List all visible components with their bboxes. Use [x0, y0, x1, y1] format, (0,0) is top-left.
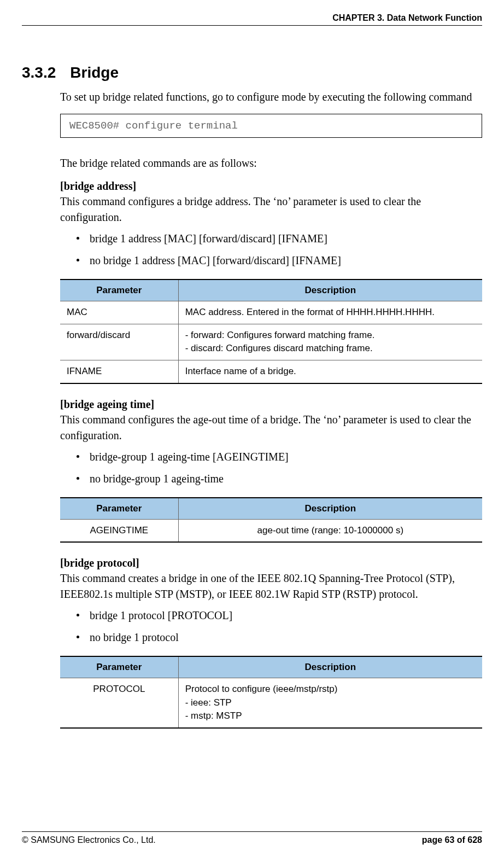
cell-param: MAC	[60, 301, 178, 324]
page-footer: © SAMSUNG Electronics Co., Ltd. page 63 …	[22, 831, 482, 845]
sub1-list: bridge 1 address [MAC] [forward/discard]…	[60, 231, 482, 268]
cell-param: IFNAME	[60, 360, 178, 383]
sub1-title: [bridge address]	[60, 180, 482, 193]
th-parameter: Parameter	[60, 498, 178, 520]
cell-desc: Protocol to configure (ieee/mstp/rstp)- …	[178, 678, 482, 728]
list-item: bridge-group 1 ageing-time [AGEINGTIME]	[77, 449, 482, 464]
followup-paragraph: The bridge related commands are as follo…	[60, 155, 482, 171]
footer-copyright: © SAMSUNG Electronics Co., Ltd.	[22, 835, 156, 845]
list-item: bridge 1 address [MAC] [forward/discard]…	[77, 231, 482, 246]
cell-param: AGEINGTIME	[60, 519, 178, 542]
intro-paragraph: To set up bridge related functions, go t…	[60, 89, 482, 105]
section-title: Bridge	[70, 64, 119, 81]
th-description: Description	[178, 498, 482, 520]
cell-param: forward/discard	[60, 324, 178, 360]
list-item: no bridge-group 1 ageing-time	[77, 471, 482, 486]
th-description: Description	[178, 279, 482, 301]
sub2-list: bridge-group 1 ageing-time [AGEINGTIME] …	[60, 449, 482, 486]
list-item: no bridge 1 protocol	[77, 630, 482, 645]
section-heading: 3.3.2Bridge	[22, 64, 482, 81]
table-bridge-address: Parameter Description MAC MAC address. E…	[60, 279, 482, 384]
sub3-title: [bridge protocol]	[60, 557, 482, 569]
sub3-desc: This command creates a bridge in one of …	[60, 570, 482, 602]
cell-desc: - forward: Configures forward matching f…	[178, 324, 482, 360]
table-row: PROTOCOL Protocol to configure (ieee/mst…	[60, 678, 482, 728]
list-item: no bridge 1 address [MAC] [forward/disca…	[77, 253, 482, 268]
cell-desc: Interface name of a bridge.	[178, 360, 482, 383]
page-header: CHAPTER 3. Data Network Function	[22, 13, 482, 26]
sub2-desc: This command configures the age-out time…	[60, 412, 482, 444]
table-bridge-ageing: Parameter Description AGEINGTIME age-out…	[60, 497, 482, 543]
table-row: forward/discard - forward: Configures fo…	[60, 324, 482, 360]
sub3-list: bridge 1 protocol [PROTOCOL] no bridge 1…	[60, 608, 482, 645]
cell-desc: age-out time (range: 10-1000000 s)	[178, 519, 482, 542]
page-content: 3.3.2Bridge To set up bridge related fun…	[22, 64, 482, 823]
table-row: AGEINGTIME age-out time (range: 10-10000…	[60, 519, 482, 542]
sub2-title: [bridge ageing time]	[60, 398, 482, 411]
command-box: WEC8500# configure terminal	[60, 114, 482, 138]
cell-param: PROTOCOL	[60, 678, 178, 728]
footer-page-number: page 63 of 628	[422, 835, 482, 845]
th-parameter: Parameter	[60, 656, 178, 678]
cell-desc: MAC address. Entered in the format of HH…	[178, 301, 482, 324]
chapter-title: CHAPTER 3. Data Network Function	[22, 13, 482, 23]
th-description: Description	[178, 656, 482, 678]
section-number: 3.3.2	[22, 64, 56, 81]
table-row: IFNAME Interface name of a bridge.	[60, 360, 482, 383]
list-item: bridge 1 protocol [PROTOCOL]	[77, 608, 482, 623]
table-row: MAC MAC address. Entered in the format o…	[60, 301, 482, 324]
th-parameter: Parameter	[60, 279, 178, 301]
sub1-desc: This command configures a bridge address…	[60, 194, 482, 225]
table-bridge-protocol: Parameter Description PROTOCOL Protocol …	[60, 656, 482, 729]
